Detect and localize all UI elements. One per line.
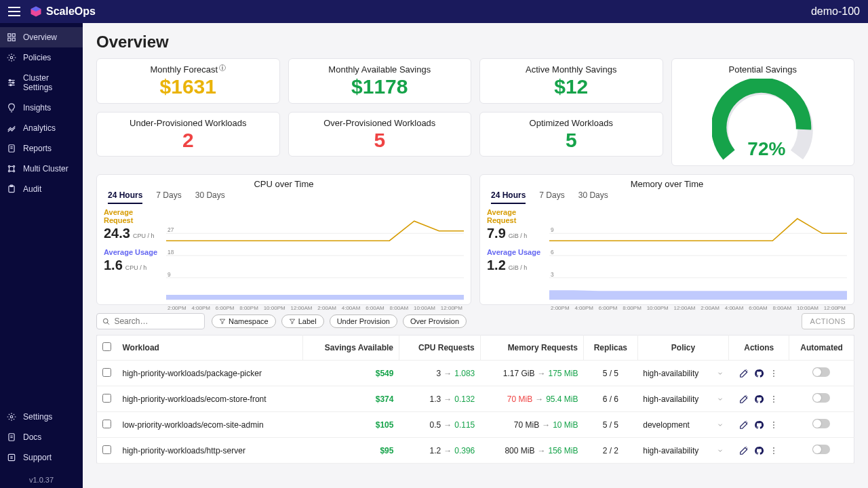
chevron-down-icon: [717, 447, 724, 454]
svg-point-46: [773, 373, 774, 374]
svg-rect-2: [8, 34, 11, 37]
cpu-cell: 3→1.083: [399, 361, 480, 386]
search-icon: [102, 317, 110, 326]
main-content: Overview Monthly Forecasti $1631 Under-P…: [83, 23, 868, 488]
sidebar-item-overview[interactable]: Overview: [0, 27, 83, 47]
wand-icon[interactable]: [739, 420, 749, 430]
chart-tab[interactable]: 30 Days: [578, 190, 608, 204]
table-row[interactable]: high-priority-workloads/http-server $95 …: [97, 438, 854, 464]
chart-tab[interactable]: 7 Days: [156, 190, 181, 204]
sidebar-item-cluster-settings[interactable]: Cluster Settings: [0, 68, 83, 98]
sidebar-item-insights[interactable]: Insights: [0, 98, 83, 118]
savings-cell: $95: [303, 438, 399, 464]
svg-point-18: [8, 170, 9, 171]
svg-point-52: [773, 424, 774, 426]
policy-cell[interactable]: high-availability: [637, 438, 729, 464]
svg-rect-4: [8, 38, 11, 41]
filter-label[interactable]: Label: [281, 314, 324, 328]
automated-toggle[interactable]: [812, 367, 830, 377]
svg-rect-30: [8, 454, 14, 460]
github-icon[interactable]: [754, 446, 764, 455]
sidebar-item-support[interactable]: Support: [0, 447, 83, 468]
svg-point-45: [773, 370, 774, 371]
svg-text:9: 9: [167, 271, 171, 278]
replicas-cell: 6 / 6: [584, 386, 638, 412]
svg-point-53: [773, 427, 774, 428]
chevron-down-icon: [717, 396, 724, 403]
svg-point-43: [103, 319, 108, 323]
savings-cell: $549: [303, 361, 399, 386]
svg-point-19: [13, 170, 14, 171]
sidebar-item-docs[interactable]: Docs: [0, 427, 83, 447]
sidebar: OverviewPoliciesCluster SettingsInsights…: [0, 23, 83, 488]
row-checkbox[interactable]: [102, 420, 111, 428]
more-icon[interactable]: [769, 446, 778, 455]
replicas-cell: 5 / 5: [584, 361, 638, 386]
replicas-cell: 2 / 2: [584, 438, 638, 464]
svg-point-48: [773, 396, 774, 397]
cpu-cell: 1.3→0.132: [399, 386, 480, 412]
github-icon[interactable]: [754, 369, 764, 378]
more-icon[interactable]: [769, 394, 778, 404]
svg-text:3: 3: [551, 271, 554, 278]
chart-cpu: CPU over Time 24 Hours7 Days30 Days Aver…: [96, 174, 471, 305]
menu-toggle-icon[interactable]: [8, 7, 20, 16]
policy-cell[interactable]: high-availability: [637, 361, 729, 386]
kpi-available: Monthly Available Savings $1178: [288, 58, 472, 104]
savings-cell: $374: [303, 386, 399, 412]
chart-tab[interactable]: 24 Hours: [491, 190, 526, 204]
savings-cell: $105: [303, 412, 399, 438]
chart-tab[interactable]: 7 Days: [539, 190, 564, 204]
more-icon[interactable]: [769, 420, 778, 430]
filter-over-provision[interactable]: Over Provision: [403, 314, 467, 328]
sidebar-item-label: Policies: [23, 53, 51, 62]
cpu-cell: 0.5→0.115: [399, 412, 480, 438]
svg-rect-3: [12, 34, 15, 37]
sidebar-item-settings[interactable]: Settings: [0, 407, 83, 427]
automated-toggle[interactable]: [812, 393, 830, 403]
table-row[interactable]: high-priority-workloads/package-picker $…: [97, 361, 854, 386]
table-row[interactable]: high-priority-workloads/ecom-store-front…: [97, 386, 854, 412]
more-icon[interactable]: [769, 369, 778, 378]
sidebar-item-audit[interactable]: Audit: [0, 179, 83, 199]
policy-cell[interactable]: development: [637, 412, 729, 438]
github-icon[interactable]: [754, 420, 764, 430]
svg-point-50: [773, 401, 774, 403]
workload-cell: high-priority-workloads/http-server: [117, 438, 303, 464]
sidebar-item-label: Insights: [23, 103, 51, 113]
automated-toggle[interactable]: [812, 419, 830, 428]
table-row[interactable]: low-priority-workloads/ecom-site-admin $…: [97, 412, 854, 438]
row-checkbox[interactable]: [102, 368, 111, 377]
wand-icon[interactable]: [739, 394, 749, 404]
row-checkbox[interactable]: [102, 394, 111, 403]
search-input[interactable]: [96, 313, 205, 329]
sidebar-item-multi-cluster[interactable]: Multi Cluster: [0, 159, 83, 179]
sidebar-item-analytics[interactable]: Analytics: [0, 118, 83, 138]
filter-namespace[interactable]: Namespace: [212, 314, 276, 328]
wand-icon[interactable]: [739, 446, 749, 455]
svg-point-51: [773, 422, 774, 423]
row-checkbox[interactable]: [102, 445, 111, 454]
policy-cell[interactable]: high-availability: [637, 386, 729, 412]
memory-cell: 70 MiB→10 MiB: [480, 412, 583, 438]
select-all-checkbox[interactable]: [102, 342, 111, 351]
sidebar-item-reports[interactable]: Reports: [0, 138, 83, 159]
version-label: v1.0.37: [0, 472, 83, 488]
automated-toggle[interactable]: [812, 445, 830, 454]
sidebar-item-label: Multi Cluster: [23, 164, 68, 174]
memory-cell: 1.17 GiB→175 MiB: [480, 361, 583, 386]
svg-text:6: 6: [551, 249, 554, 256]
chart-tab[interactable]: 30 Days: [195, 190, 225, 204]
info-icon[interactable]: i: [219, 64, 226, 71]
actions-button[interactable]: ACTIONS: [802, 313, 854, 329]
chart-tab[interactable]: 24 Hours: [108, 190, 142, 204]
sidebar-item-label: Analytics: [23, 123, 56, 133]
wand-icon[interactable]: [739, 369, 749, 378]
sidebar-item-policies[interactable]: Policies: [0, 47, 83, 68]
github-icon[interactable]: [754, 394, 764, 404]
sidebar-item-label: Audit: [23, 184, 41, 194]
chevron-down-icon: [717, 422, 724, 428]
svg-point-49: [773, 399, 774, 400]
filter-under-provision[interactable]: Under Provision: [330, 314, 397, 328]
memory-cell: 800 MiB→156 MiB: [480, 438, 583, 464]
